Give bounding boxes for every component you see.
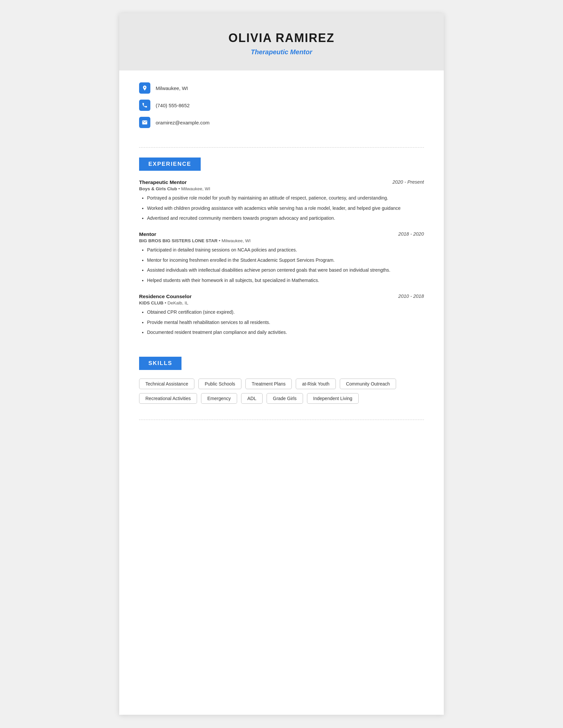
skill-tag-0: Technical Assistance (139, 379, 194, 389)
job-org-location-1: Milwaukee, WI (181, 186, 210, 191)
job-block-2: Mentor 2018 - 2020 BIG BROS BIG SISTERS … (139, 231, 424, 284)
skill-tag-5: Recreational Activities (139, 393, 197, 404)
job-bullets-3: Obtained CPR certification (since expire… (139, 309, 424, 336)
job-top-row-3: Residence Counselor 2010 - 2018 (139, 294, 424, 299)
location-text: Milwaukee, WI (156, 85, 188, 91)
contact-email: oramirez@example.com (139, 117, 424, 128)
job-block-3: Residence Counselor 2010 - 2018 KIDS CLU… (139, 294, 424, 336)
bullet-1-2: Advertised and recruited community membe… (147, 215, 424, 222)
bullet-2-3: Helped students with their homework in a… (147, 277, 424, 284)
skills-section: SKILLS Technical Assistance Public Schoo… (119, 349, 444, 414)
job-org-2: BIG BROS BIG SISTERS LONE STAR • Milwauk… (139, 238, 424, 243)
phone-icon (139, 100, 150, 111)
bullet-3-0: Obtained CPR certification (since expire… (147, 309, 424, 316)
job-block-1: Therapeutic Mentor 2020 - Present Boys &… (139, 179, 424, 222)
contact-phone: (740) 555-8652 (139, 100, 424, 111)
skills-heading: SKILLS (139, 357, 181, 370)
job-bullets-2: Participated in detailed training sessio… (139, 247, 424, 284)
bullet-1-1: Worked with children providing assistanc… (147, 205, 424, 212)
phone-text: (740) 555-8652 (156, 103, 190, 108)
skill-tag-1: Public Schools (198, 379, 241, 389)
bullet-3-1: Provide mental health rehabilitation ser… (147, 319, 424, 326)
job-title-2: Mentor (139, 231, 156, 237)
contact-section: Milwaukee, WI (740) 555-8652 oramirez@ex… (119, 70, 444, 144)
job-org-sep-2: • (219, 238, 221, 243)
experience-section: EXPERIENCE Therapeutic Mentor 2020 - Pre… (119, 148, 444, 349)
job-org-3: KIDS CLUB • DeKalb, IL (139, 300, 424, 305)
bottom-divider (139, 420, 424, 420)
candidate-name: OLIVIA RAMIREZ (132, 31, 431, 45)
bullet-2-2: Assisted individuals with intellectual d… (147, 267, 424, 274)
job-org-name-1: Boys & Girls Club (139, 186, 177, 191)
job-org-sep-3: • (164, 300, 167, 305)
skill-tag-3: at-Risk Youth (296, 379, 336, 389)
job-top-row-1: Therapeutic Mentor 2020 - Present (139, 179, 424, 185)
job-bullets-1: Portrayed a positive role model for yout… (139, 195, 424, 222)
contact-location: Milwaukee, WI (139, 82, 424, 94)
location-icon (139, 82, 150, 94)
job-title-3: Residence Counselor (139, 294, 192, 299)
experience-heading: EXPERIENCE (139, 158, 201, 171)
bullet-2-0: Participated in detailed training sessio… (147, 247, 424, 254)
bullet-1-0: Portrayed a positive role model for yout… (147, 195, 424, 202)
job-dates-1: 2020 - Present (393, 179, 424, 185)
job-dates-3: 2010 - 2018 (399, 294, 424, 299)
skill-tag-2: Treatment Plans (245, 379, 292, 389)
job-org-name-2: BIG BROS BIG SISTERS LONE STAR (139, 238, 217, 243)
email-icon (139, 117, 150, 128)
resume-container: OLIVIA RAMIREZ Therapeutic Mentor Milwau… (119, 13, 444, 715)
skill-tag-4: Community Outreach (340, 379, 396, 389)
job-org-location-3: DeKalb, IL (167, 300, 188, 305)
skill-tag-6: Emergency (201, 393, 237, 404)
skill-tag-9: Independent Living (307, 393, 359, 404)
bullet-2-1: Mentor for incoming freshmen enrolled in… (147, 257, 424, 264)
job-org-name-3: KIDS CLUB (139, 300, 164, 305)
job-title-1: Therapeutic Mentor (139, 179, 187, 185)
job-top-row-2: Mentor 2018 - 2020 (139, 231, 424, 237)
skills-tags-container: Technical Assistance Public Schools Trea… (139, 379, 424, 404)
skill-tag-7: ADL (241, 393, 262, 404)
job-org-location-2: Milwaukee, WI (221, 238, 251, 243)
job-org-sep-1: • (178, 186, 181, 191)
candidate-title: Therapeutic Mentor (132, 48, 431, 56)
skill-tag-8: Grade Girls (266, 393, 303, 404)
job-org-1: Boys & Girls Club • Milwaukee, WI (139, 186, 424, 191)
job-dates-2: 2018 - 2020 (399, 231, 424, 237)
bullet-3-2: Documented resident treatment plan compl… (147, 329, 424, 336)
email-text: oramirez@example.com (156, 120, 210, 125)
header-section: OLIVIA RAMIREZ Therapeutic Mentor (119, 13, 444, 70)
